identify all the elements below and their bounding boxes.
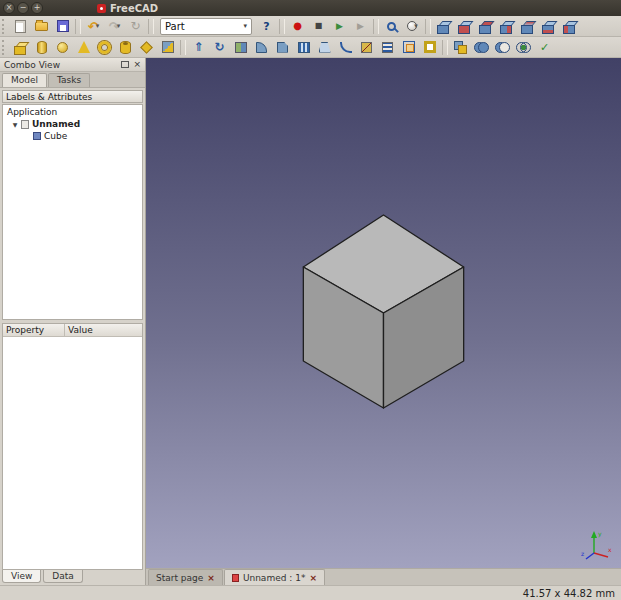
document-area: y x z Start page × Unnamed : 1* × (146, 58, 621, 585)
part-cylinder-button[interactable] (31, 37, 52, 57)
view-top-button[interactable] (475, 16, 496, 36)
part-ruled-surface-icon (298, 42, 310, 53)
tab-unnamed-document[interactable]: Unnamed : 1* × (224, 569, 325, 585)
part-boolean-union-button[interactable] (471, 37, 492, 57)
close-tab-icon[interactable]: × (309, 573, 317, 583)
part-extrude-button[interactable]: ⇑ (188, 37, 209, 57)
part-chamfer-button[interactable] (272, 37, 293, 57)
part-sweep-icon (340, 42, 352, 53)
freecad-window: × − + FreeCAD ↶▾↷▾↻ Part ▾ ?●■▶▶▾ ⇑↻✓ Co… (0, 0, 621, 600)
value-column-header[interactable]: Value (65, 324, 96, 336)
part-cross-sections-button[interactable] (377, 37, 398, 57)
open-document-icon (35, 22, 48, 31)
macro-play-button[interactable]: ▶ (329, 16, 350, 36)
tree-item-label: Unnamed (32, 119, 80, 129)
view-rear-button[interactable] (517, 16, 538, 36)
refresh-button[interactable]: ↻ (125, 16, 146, 36)
draw-style-button[interactable]: ▾ (402, 16, 423, 36)
part-cone-button[interactable] (73, 37, 94, 57)
view-right-icon (500, 20, 514, 33)
part-cone-icon (78, 41, 90, 53)
viewport-3d[interactable]: y x z (146, 58, 621, 568)
view-front-button[interactable] (454, 16, 475, 36)
property-table-body[interactable] (3, 337, 142, 569)
3d-scene[interactable] (146, 58, 621, 568)
tab-start-page[interactable]: Start page × (148, 569, 223, 585)
window-minimize-button[interactable]: − (17, 2, 29, 14)
part-sweep-button[interactable] (335, 37, 356, 57)
draw-style-dropdown-arrow[interactable]: ▾ (414, 22, 418, 30)
view-rear-icon (521, 20, 535, 33)
toolbar-separator (180, 40, 186, 55)
part-compound-button[interactable] (450, 37, 471, 57)
undo-button[interactable]: ↶▾ (83, 16, 104, 36)
property-table-header[interactable]: Property Value (3, 324, 142, 337)
window-close-button[interactable]: × (3, 2, 15, 14)
labels-attributes-header[interactable]: Labels & Attributes (2, 90, 143, 103)
tab-tasks[interactable]: Tasks (48, 73, 90, 87)
part-cylinder-icon (37, 41, 47, 54)
tab-data[interactable]: Data (43, 570, 83, 583)
view-left-button[interactable] (559, 16, 580, 36)
part-mirror-button[interactable] (230, 37, 251, 57)
workbench-selector[interactable]: Part ▾ (160, 18, 252, 35)
title-bar[interactable]: × − + FreeCAD (0, 0, 621, 16)
macro-stop-button[interactable]: ■ (308, 16, 329, 36)
tree-item-application[interactable]: Application (3, 106, 142, 118)
part-boolean-intersection-button[interactable] (513, 37, 534, 57)
property-editor: Property Value (2, 323, 143, 570)
save-document-button[interactable] (52, 16, 73, 36)
tab-model[interactable]: Model (2, 73, 47, 87)
part-loft-button[interactable] (314, 37, 335, 57)
redo-dropdown-arrow[interactable]: ▾ (117, 22, 121, 30)
toolbar-drag-handle[interactable] (2, 40, 8, 55)
part-box-button[interactable] (10, 37, 31, 57)
part-thickness-button[interactable] (419, 37, 440, 57)
part-sphere-button[interactable] (52, 37, 73, 57)
part-offset-button[interactable] (398, 37, 419, 57)
part-ruled-surface-button[interactable] (293, 37, 314, 57)
part-shape-builder-button[interactable] (157, 37, 178, 57)
dock-float-icon[interactable] (121, 61, 129, 68)
toolbar-drag-handle[interactable] (2, 19, 8, 34)
toolbar-separator (425, 19, 431, 34)
open-document-button[interactable] (31, 16, 52, 36)
part-fillet-button[interactable] (251, 37, 272, 57)
view-axonometric-button[interactable] (433, 16, 454, 36)
file-toolbar-group: ↶▾↷▾↻ (10, 16, 156, 36)
part-workbench-toolbar: ⇑↻✓ (0, 37, 621, 58)
x-axis-line (594, 553, 608, 557)
macro-record-button[interactable]: ● (287, 16, 308, 36)
title-group: FreeCAD (97, 3, 158, 14)
part-check-geometry-button[interactable]: ✓ (534, 37, 555, 57)
window-maximize-button[interactable]: + (31, 2, 43, 14)
macro-step-button[interactable]: ▶ (350, 16, 371, 36)
model-tree[interactable]: Application ▼ Unnamed Cube (2, 104, 143, 320)
workbench-dropdown-arrow[interactable]: ▾ (243, 22, 247, 30)
property-column-header[interactable]: Property (3, 324, 65, 336)
part-boolean-cut-button[interactable] (492, 37, 513, 57)
view-bottom-button[interactable] (538, 16, 559, 36)
part-mirror-icon (235, 42, 247, 53)
dock-close-icon[interactable]: × (133, 60, 141, 69)
dimension-readout: 41.57 x 44.82 mm (523, 588, 615, 599)
new-document-button[interactable] (10, 16, 31, 36)
expander-icon[interactable]: ▼ (12, 121, 18, 128)
close-tab-icon[interactable]: × (207, 573, 215, 583)
part-create-primitives-button[interactable] (136, 37, 157, 57)
part-torus-button[interactable] (94, 37, 115, 57)
view-right-button[interactable] (496, 16, 517, 36)
whats-this-button[interactable]: ? (256, 16, 277, 36)
part-tube-button[interactable] (115, 37, 136, 57)
document-tab-bar: Start page × Unnamed : 1* × (146, 568, 621, 585)
tree-item-unnamed[interactable]: ▼ Unnamed (3, 118, 142, 130)
redo-button[interactable]: ↷▾ (104, 16, 125, 36)
macro-play-icon: ▶ (336, 22, 343, 31)
undo-dropdown-arrow[interactable]: ▾ (96, 22, 100, 30)
part-section-button[interactable] (356, 37, 377, 57)
fit-all-button[interactable] (381, 16, 402, 36)
combo-view-titlebar[interactable]: Combo View × (0, 58, 145, 72)
tab-view[interactable]: View (2, 570, 41, 583)
part-revolve-button[interactable]: ↻ (209, 37, 230, 57)
tree-item-cube[interactable]: Cube (3, 130, 142, 142)
